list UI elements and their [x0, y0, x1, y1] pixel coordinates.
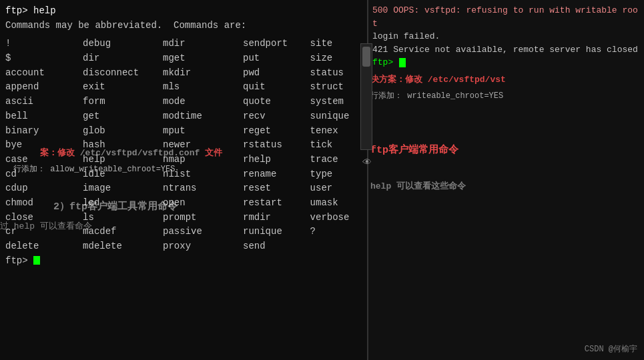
cmd-item: tenex: [310, 124, 362, 139]
cmd-item: modtime: [163, 109, 243, 124]
cmd-item: mkdir: [163, 66, 243, 81]
cmd-col-2: debugdirdisconnectexitformgetglobhashhel…: [83, 37, 163, 268]
cmd-item: mput: [163, 124, 243, 139]
cmd-item: form: [83, 95, 163, 109]
cmd-item: help: [83, 153, 163, 167]
cmd-item: recv: [243, 109, 310, 124]
cmd-item: rename: [243, 167, 310, 182]
cursor: [399, 58, 406, 67]
cmd-item: nmap: [163, 153, 243, 167]
cmd-item: rhelp: [243, 153, 310, 167]
cmd-item: cr: [5, 225, 83, 239]
right-watermark-3: ftp客户端常用命令: [370, 143, 458, 156]
cmd-item: system: [310, 95, 362, 109]
cmd-col-1: !$accountappendasciibellbinarybyecasecdc…: [5, 37, 83, 268]
cmd-item: ascii: [5, 95, 83, 109]
cmd-item: mdelete: [83, 239, 163, 254]
cmd-item: site: [310, 37, 362, 51]
cmd-item: put: [243, 51, 310, 66]
cmd-item: close: [5, 211, 83, 225]
right-line-4: ftp>: [372, 56, 639, 69]
scrollbar[interactable]: [360, 43, 372, 150]
cmd-item: disconnect: [83, 66, 163, 81]
cmd-item: cdup: [5, 181, 83, 196]
cmd-item: ftp>: [5, 254, 83, 269]
cmd-item: reget: [243, 124, 310, 139]
left-terminal: ftp> help Commands may be abbreviated. C…: [0, 0, 367, 360]
cmd-item: bye: [5, 138, 83, 153]
cmd-col-5: sitesizestatusstructsystemsuniquetenexti…: [310, 37, 362, 268]
cmd-item: mode: [163, 95, 243, 109]
cmd-item: pwd: [243, 66, 310, 81]
cmd-item: passive: [163, 225, 243, 239]
cmd-item: sendport: [243, 37, 310, 51]
cmd-item: ntrans: [163, 181, 243, 196]
cmd-item: binary: [5, 124, 83, 139]
cmd-item: delete: [5, 239, 83, 254]
cmd-item: append: [5, 80, 83, 95]
commands-header: Commands may be abbreviated. Commands ar…: [5, 19, 362, 33]
cmd-item: nlist: [163, 167, 243, 182]
cmd-item: glob: [83, 124, 163, 139]
cmd-item: verbose: [310, 211, 362, 225]
right-terminal: 500 OOPS: vsftpd: refusing to run with w…: [367, 0, 644, 360]
cmd-item: sunique: [310, 109, 362, 124]
cmd-item: quit: [243, 80, 310, 95]
cmd-item: exit: [83, 80, 163, 95]
cmd-item: ?: [310, 225, 362, 239]
cmd-item: hash: [83, 138, 163, 153]
cmd-item: struct: [310, 80, 362, 95]
cmd-item: restart: [243, 196, 310, 211]
cmd-item: reset: [243, 181, 310, 196]
right-watermark-2: 行添加： writeable_chroot=YES: [370, 90, 503, 101]
cmd-item: type: [310, 167, 362, 182]
cmd-item: status: [310, 66, 362, 81]
csdn-attribution: CSDN @何榆宇: [585, 343, 637, 355]
cmd-item: bell: [5, 109, 83, 124]
cmd-item: runique: [243, 225, 310, 239]
cmd-item: idle: [83, 167, 163, 182]
cmd-item: mls: [163, 80, 243, 95]
right-line-2: login failed.: [372, 30, 639, 43]
cmd-item: mdir: [163, 37, 243, 51]
cmd-item: account: [5, 66, 83, 81]
right-line-3: 421 Service not available, remote server…: [372, 43, 639, 57]
cmd-item: send: [243, 239, 310, 254]
cmd-item: get: [83, 109, 163, 124]
cmd-item: rstatus: [243, 138, 310, 153]
cmd-item: user: [310, 181, 362, 196]
cmd-col-3: mdirmgetmkdirmlsmodemodtimemputnewernmap…: [163, 37, 243, 268]
ftp-prompt-line: ftp> help: [5, 4, 362, 19]
cmd-item: newer: [163, 138, 243, 153]
cmd-item: mget: [163, 51, 243, 66]
cmd-item: prompt: [163, 211, 243, 225]
cmd-item: cd: [5, 167, 83, 182]
cmd-item: lcd: [83, 196, 163, 211]
cmd-item: !: [5, 37, 83, 51]
cmd-item: image: [83, 181, 163, 196]
cmd-item: debug: [83, 37, 163, 51]
cmd-item: size: [310, 51, 362, 66]
cmd-item: tick: [310, 138, 362, 153]
cmd-item: umask: [310, 196, 362, 211]
right-watermark-4: help 可以查看这些命令: [370, 180, 466, 192]
scroll-thumb[interactable]: [362, 47, 370, 67]
eye-icon[interactable]: 👁: [361, 157, 373, 169]
cmd-item: dir: [83, 51, 163, 66]
cmd-item: ls: [83, 211, 163, 225]
cmd-col-4: sendportputpwdquitquoterecvregetrstatusr…: [243, 37, 310, 268]
cmd-item: proxy: [163, 239, 243, 254]
cmd-item: $: [5, 51, 83, 66]
main-screen: ftp> help Commands may be abbreviated. C…: [0, 0, 644, 360]
cmd-item: chmod: [5, 196, 83, 211]
cmd-item: rmdir: [243, 211, 310, 225]
cmd-item: macdef: [83, 225, 163, 239]
right-watermark-1: 决方案：修改 /etc/vsftpd/vst: [370, 73, 506, 85]
cmd-item: trace: [310, 153, 362, 167]
cmd-item: quote: [243, 95, 310, 109]
cmd-item: case: [5, 153, 83, 167]
right-line-1: 500 OOPS: vsftpd: refusing to run with w…: [372, 4, 639, 30]
cmd-item: open: [163, 196, 243, 211]
